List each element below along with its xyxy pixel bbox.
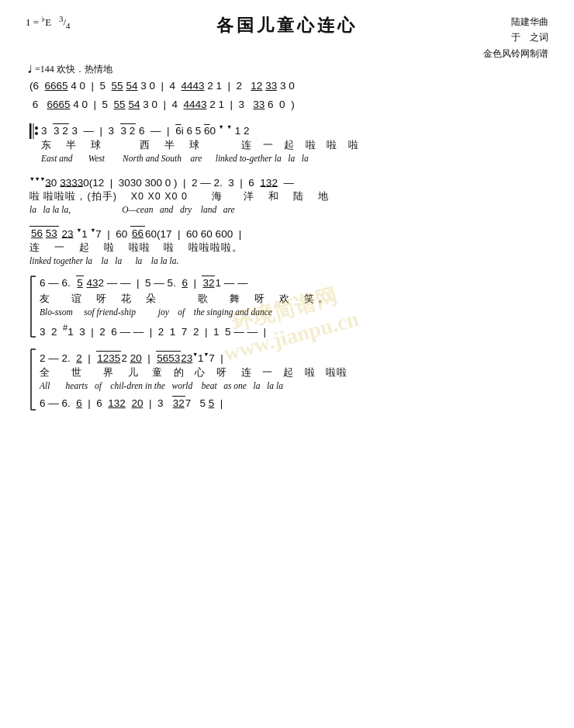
s4-notes-b: 3 2 #1 3 | 2 6 — — | 2 1 7 2 | 1 5 — — | [40,322,545,339]
s1-english: East and West North and South are linked… [41,153,545,165]
lyricist: 于 之词 [432,29,548,45]
s5-chinese-a: 全 世 界 儿 童 的 心 呀 连 一 起 啦 啦啦 [40,366,545,380]
bracket-left [29,276,37,341]
title-center: 各国儿童心连心 [142,14,432,37]
intro-line-2: 6 6665 4 0 | 5 55 54 3 0 | 4 4443 2 1 | … [29,98,545,115]
section5: 2 — 2. 2 | 12352 20 | 565323▾1▾7 | 全 世 界… [29,348,545,414]
repeat-sign [29,123,39,143]
section3: 56 53 23 ▾1 ▾7 | 60 6660(17 | 60 60 600 … [29,224,545,268]
s3-notes: 56 53 23 ▾1 ▾7 | 60 6660(17 | 60 60 600 … [29,224,545,241]
key-signature: 1 = ♭E 3/4 [26,16,71,28]
section-bracket-2-icon [29,348,37,411]
page: 1 = ♭E 3/4 各国儿童心连心 陆建华曲 于 之词 金色风铃网制谱 ♩=1… [0,0,574,728]
intro-line-1: (6 6665 4 0 | 5 55 54 3 0 | 4 4443 2 1 |… [29,79,545,96]
svg-point-2 [35,127,38,130]
composer: 陆建华曲 [432,14,548,29]
s2-english: la la la la, O—cean and dry land are [29,204,545,217]
tempo-marking: ♩=144 欢快．热情地 [26,63,112,76]
s4-notes-a: 6 — 6. 5 432 — — | 5 — 5. 6 | 321 — — [40,276,545,293]
intro-notes-1: (6 6665 4 0 | 5 55 54 3 0 | 4 4443 2 1 |… [29,79,545,96]
s5-english-a: All hearts of chil-dren in the world bea… [40,380,545,393]
title-row: 1 = ♭E 3/4 各国儿童心连心 陆建华曲 于 之词 金色风铃网制谱 [26,14,548,61]
credits: 陆建华曲 于 之词 金色风铃网制谱 [432,14,548,61]
s3-chinese: 连 一 起 啦 啦啦 啦 啦啦啦啦。 [29,241,545,255]
svg-point-3 [35,132,38,135]
song-title: 各国儿童心连心 [142,14,432,37]
section-bracket-icon [29,276,37,338]
s4-english-a: Blo-ssom sof friend-ship joy of the sing… [40,307,545,319]
key-signature-area: 1 = ♭E 3/4 [26,14,142,30]
source: 金色风铃网制谱 [432,46,548,61]
bracket-left-2 [29,348,37,414]
s5-notes-b: 6 — 6. 6 | 6 132 20 | 3 327 5 5 | [40,396,545,413]
s2-chinese: 啦 啦啦啦，(拍手) X0 X0 X0 0 海 洋 和 陆 地 [29,190,545,204]
page-content: 1 = ♭E 3/4 各国儿童心连心 陆建华曲 于 之词 金色风铃网制谱 ♩=1… [14,8,560,421]
tempo-line: ♩=144 欢快．热情地 [26,63,548,76]
s3-english: linked together la la la la la la la. [29,255,545,268]
score-area: (6 6665 4 0 | 5 55 54 3 0 | 4 4443 2 1 |… [26,79,548,414]
s1-notes: 3 3 2 3 — | 3 3 2 6 — | 6i 6 5 60 ▾ ▾ 1 … [41,121,545,138]
s5-notes-a: 2 — 2. 2 | 12352 20 | 565323▾1▾7 | [40,348,545,366]
intro-notes-2: 6 6665 4 0 | 5 55 54 3 0 | 4 4443 2 1 | … [29,98,545,115]
section1: 3 3 2 3 — | 3 3 2 6 — | 6i 6 5 60 ▾ ▾ 1 … [29,121,545,165]
s4-chinese-a: 友 谊 呀 花 朵 歌 舞 呀 欢 笑， [40,293,545,307]
section4: 6 — 6. 5 432 — — | 5 — 5. 6 | 321 — — 友 … [29,276,545,341]
s1-chinese: 东 半 球 西 半 球 连 一 起 啦 啦 啦 [41,139,545,153]
section2: ▾▾▾30 33330(12 | 3030 300 0 ) | 2 — 2. 3… [29,173,545,217]
s2-notes: ▾▾▾30 33330(12 | 3030 300 0 ) | 2 — 2. 3… [29,173,545,190]
repeat-open-icon [29,123,39,140]
